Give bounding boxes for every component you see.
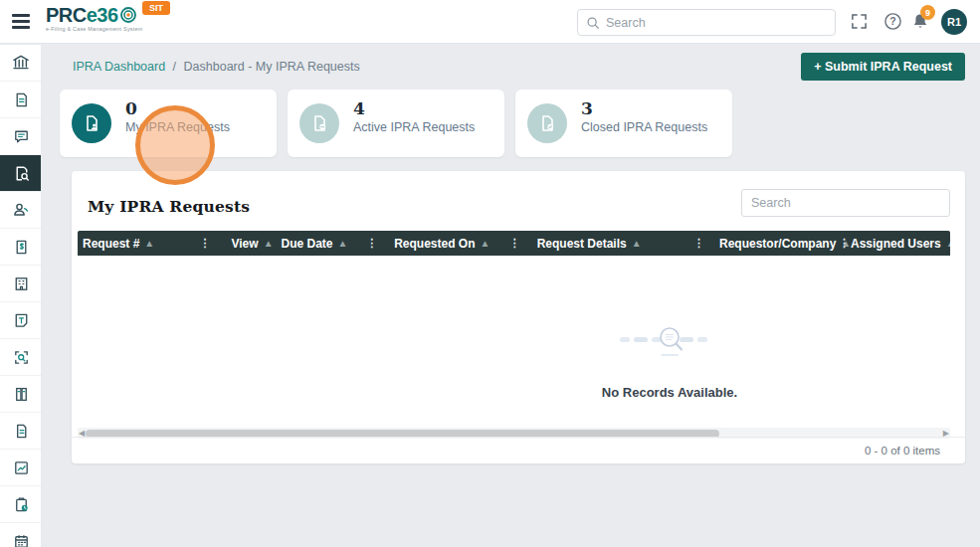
breadcrumb-separator: / (173, 60, 176, 74)
stat-value: 0 (125, 98, 137, 118)
chart-icon (12, 458, 31, 477)
column-menu-icon[interactable]: ⋮ (199, 238, 209, 249)
main-content: IPRA Dashboard / Dashboard - My IPRA Req… (42, 44, 980, 547)
menu-toggle-icon[interactable] (12, 14, 30, 29)
top-bar: PRCe36 e-Filing & Case Management System… (0, 0, 980, 44)
sort-asc-icon: ▲ (338, 238, 348, 249)
sort-asc-icon: ▲ (632, 238, 642, 249)
sidebar-item-ledgers[interactable] (0, 376, 42, 413)
clipboard-clock-icon (12, 495, 31, 514)
document-check-icon (527, 103, 567, 143)
sidebar-item-search-records[interactable] (0, 339, 42, 376)
sidebar-item-tasks[interactable] (0, 486, 42, 523)
chat-icon (12, 127, 31, 146)
submit-ipra-request-button[interactable]: + Submit IPRA Request (801, 53, 965, 81)
sidebar-item-institution[interactable] (0, 45, 42, 82)
empty-state: No Records Available. (535, 317, 804, 400)
stat-card-active-ipra-requests[interactable]: 4 Active IPRA Requests (288, 90, 504, 157)
breadcrumb: IPRA Dashboard / Dashboard - My IPRA Req… (73, 60, 360, 74)
sidebar-item-users[interactable] (0, 192, 42, 229)
column-header-requested-on[interactable]: Requested On▲ (394, 237, 493, 251)
fullscreen-icon[interactable] (851, 13, 868, 30)
sidebar-item-billing[interactable] (0, 229, 42, 266)
column-header-requestor-company[interactable]: Requestor/Company▲ (719, 237, 839, 251)
my-ipra-requests-panel: My IPRA Requests Request #▲ ⋮ View▲ Due … (72, 171, 965, 463)
logo-text-e36: e36 (87, 5, 118, 25)
scan-search-icon (12, 348, 31, 367)
svg-text:?: ? (889, 16, 895, 27)
sidebar-nav (0, 45, 42, 547)
stat-label: Active IPRA Requests (353, 120, 475, 134)
sort-asc-icon: ▲ (481, 238, 490, 249)
stat-cards: 0 My IPRA Requests 4 Active IPRA Request… (60, 90, 732, 157)
column-header-request-number[interactable]: Request #▲ (83, 237, 189, 251)
no-records-icon (610, 317, 729, 367)
stat-value: 3 (581, 98, 593, 118)
sidebar-item-organizations[interactable] (0, 266, 42, 302)
document-search-icon (12, 164, 31, 183)
sidebar-item-templates[interactable] (0, 302, 42, 339)
sort-asc-icon: ▲ (144, 238, 154, 249)
sidebar-item-documents[interactable] (0, 82, 42, 118)
column-header-assigned-users[interactable]: Assigned Users▲ (851, 237, 950, 251)
logo-tagline: e-Filing & Case Management System (46, 27, 143, 32)
breadcrumb-link-ipra-dashboard[interactable]: IPRA Dashboard (73, 60, 165, 74)
user-avatar[interactable]: R1 (941, 9, 967, 35)
bank-icon (11, 53, 31, 73)
panel-title: My IPRA Requests (88, 197, 250, 216)
document-icon (12, 91, 31, 109)
search-icon (586, 16, 600, 30)
invoice-dollar-icon (12, 238, 31, 257)
environment-badge: SIT (142, 1, 170, 15)
sort-asc-icon: ▲ (946, 238, 950, 249)
document-person-icon (72, 103, 111, 143)
sidebar-item-calendar[interactable] (0, 523, 42, 547)
document-minus-icon (299, 103, 339, 143)
table-header: Request #▲ ⋮ View▲ Due Date▲ ⋮ Requested… (78, 231, 950, 256)
column-menu-icon[interactable]: ⋮ (509, 238, 519, 249)
building-icon (12, 274, 31, 293)
global-search[interactable] (577, 9, 836, 36)
calendar-icon (12, 532, 31, 547)
column-header-view[interactable]: View▲ (231, 237, 273, 251)
search-input[interactable] (606, 16, 835, 30)
empty-message: No Records Available. (535, 385, 804, 400)
notification-badge[interactable]: 9 (920, 5, 935, 20)
users-icon (11, 200, 31, 220)
column-menu-icon[interactable]: ⋮ (366, 238, 376, 249)
sort-asc-icon: ▲ (264, 238, 274, 249)
stat-label: My IPRA Requests (125, 120, 230, 134)
column-header-due-date[interactable]: Due Date▲ (281, 237, 350, 251)
sidebar-item-ipra-requests[interactable] (0, 155, 42, 192)
sidebar-item-messages[interactable] (0, 118, 42, 155)
column-menu-icon[interactable]: ⋮ (693, 238, 703, 249)
sidebar-item-analytics[interactable] (0, 450, 42, 486)
table-body: No Records Available. (78, 256, 950, 428)
stat-label: Closed IPRA Requests (581, 120, 707, 134)
logo-text-prc: PRC (46, 5, 87, 25)
stat-value: 4 (353, 98, 365, 118)
sidebar-item-reports[interactable] (0, 413, 42, 450)
stat-card-closed-ipra-requests[interactable]: 3 Closed IPRA Requests (515, 90, 732, 157)
column-header-request-details[interactable]: Request Details▲ (537, 237, 676, 251)
template-icon (12, 311, 31, 330)
table-search-input[interactable] (741, 189, 950, 217)
breadcrumb-current: Dashboard - My IPRA Requests (184, 60, 360, 74)
column-menu-icon[interactable]: ⋮ (839, 238, 849, 249)
ledger-icon (12, 385, 31, 404)
help-icon[interactable]: ? (883, 12, 902, 31)
pagination-status: 0 - 0 of 0 items (72, 437, 965, 463)
stat-card-my-ipra-requests[interactable]: 0 My IPRA Requests (60, 90, 277, 157)
file-icon (12, 422, 31, 441)
app-logo[interactable]: PRCe36 e-Filing & Case Management System (46, 5, 143, 32)
target-rings-icon (119, 6, 137, 24)
